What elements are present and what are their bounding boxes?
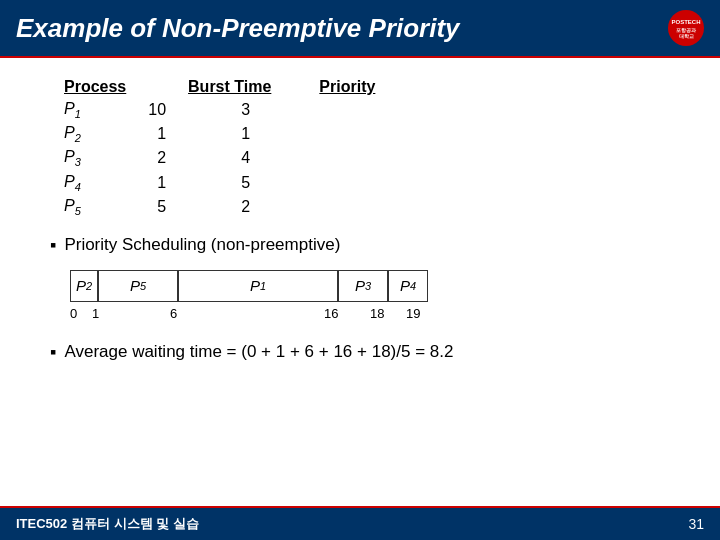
p2-arrival: 1 bbox=[144, 122, 184, 146]
col-header-priority: Priority bbox=[289, 76, 393, 98]
gantt-label-19: 19 bbox=[406, 306, 420, 321]
bullet-item-1: ▪ Priority Scheduling (non-preemptive) bbox=[50, 235, 680, 256]
content-area: Process Burst Time Priority P1 10 3 P2 1… bbox=[0, 58, 720, 387]
title-bar: Example of Non-Preemptive Priority POSTE… bbox=[0, 0, 720, 56]
svg-text:POSTECH: POSTECH bbox=[671, 19, 700, 25]
slide: Example of Non-Preemptive Priority POSTE… bbox=[0, 0, 720, 540]
bullet-item-2: ▪ Average waiting time = (0 + 1 + 6 + 16… bbox=[50, 342, 680, 363]
svg-text:포항공과: 포항공과 bbox=[676, 28, 697, 33]
col-header-process: Process bbox=[60, 76, 144, 98]
p5-priority bbox=[289, 195, 393, 219]
col-header-burst-time: Burst Time bbox=[184, 76, 289, 98]
logo-area: POSTECH 포항공과 대학교 bbox=[668, 10, 704, 46]
p3-arrival: 2 bbox=[144, 146, 184, 170]
process-p5: P5 bbox=[60, 195, 144, 219]
bullet-section-1: ▪ Priority Scheduling (non-preemptive) bbox=[40, 235, 680, 256]
p4-burst: 5 bbox=[184, 171, 289, 195]
process-table: Process Burst Time Priority P1 10 3 P2 1… bbox=[60, 76, 680, 219]
gantt-cell-p4: P4 bbox=[388, 270, 428, 302]
svg-text:대학교: 대학교 bbox=[679, 34, 694, 39]
p4-arrival: 1 bbox=[144, 171, 184, 195]
gantt-cell-p2: P2 bbox=[70, 270, 98, 302]
bullet-text-1: Priority Scheduling (non-preemptive) bbox=[64, 235, 340, 255]
p3-priority bbox=[289, 146, 393, 170]
p4-priority bbox=[289, 171, 393, 195]
gantt-label-1: 1 bbox=[92, 306, 99, 321]
gantt-cell-p1: P1 bbox=[178, 270, 338, 302]
col-header-burst-col bbox=[144, 76, 184, 98]
p1-arrival: 10 bbox=[144, 98, 184, 122]
bullet-section-2: ▪ Average waiting time = (0 + 1 + 6 + 16… bbox=[40, 342, 680, 363]
process-p1: P1 bbox=[60, 98, 144, 122]
bullet-text-2: Average waiting time = (0 + 1 + 6 + 16 +… bbox=[64, 342, 453, 362]
logo-circle: POSTECH 포항공과 대학교 bbox=[668, 10, 704, 46]
gantt-label-6: 6 bbox=[170, 306, 177, 321]
gantt-cell-p3: P3 bbox=[338, 270, 388, 302]
gantt-label-18: 18 bbox=[370, 306, 384, 321]
p1-priority bbox=[289, 98, 393, 122]
gantt-chart: P2 P5 P1 P3 P4 bbox=[70, 270, 680, 302]
p2-burst: 1 bbox=[184, 122, 289, 146]
p2-priority bbox=[289, 122, 393, 146]
course-label: ITEC502 컴퓨터 시스템 및 실습 bbox=[16, 515, 199, 533]
p1-burst: 3 bbox=[184, 98, 289, 122]
gantt-label-16: 16 bbox=[324, 306, 338, 321]
p3-burst: 4 bbox=[184, 146, 289, 170]
bottom-bar: ITEC502 컴퓨터 시스템 및 실습 31 bbox=[0, 508, 720, 540]
bullet-icon-1: ▪ bbox=[50, 235, 56, 256]
process-p3: P3 bbox=[60, 146, 144, 170]
p5-burst: 2 bbox=[184, 195, 289, 219]
p5-arrival: 5 bbox=[144, 195, 184, 219]
process-p2: P2 bbox=[60, 122, 144, 146]
gantt-area: P2 P5 P1 P3 P4 0 1 6 16 18 19 bbox=[70, 270, 680, 326]
process-p4: P4 bbox=[60, 171, 144, 195]
bullet-icon-2: ▪ bbox=[50, 342, 56, 363]
page-title: Example of Non-Preemptive Priority bbox=[16, 13, 460, 44]
page-number: 31 bbox=[688, 516, 704, 532]
gantt-label-0: 0 bbox=[70, 306, 77, 321]
gantt-labels: 0 1 6 16 18 19 bbox=[70, 306, 428, 326]
gantt-cell-p5: P5 bbox=[98, 270, 178, 302]
